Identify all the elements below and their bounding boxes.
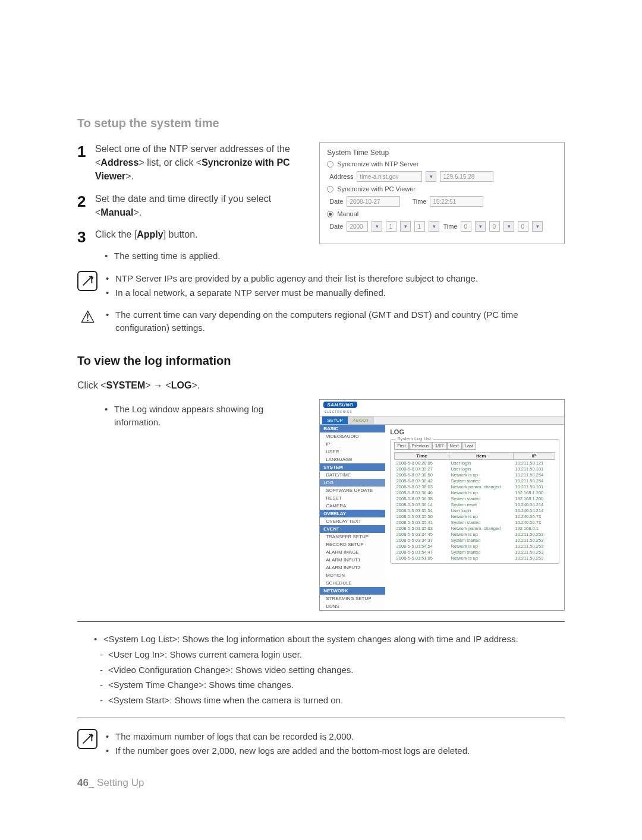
nav-head[interactable]: BASIC <box>320 425 385 432</box>
log-td: 10.240.56.73 <box>513 519 555 525</box>
nav-item[interactable]: DDNS <box>320 602 385 610</box>
log-td: 2008-5-5 01:54:47 <box>395 549 449 555</box>
table-row: 2008-5-8 07:36:46Network is up192.168.1.… <box>395 490 555 495</box>
date-label: Date <box>329 198 343 205</box>
manual-sec[interactable] <box>518 221 528 232</box>
log-dash-list: <User Log In>: Shows current camera logi… <box>100 648 565 707</box>
dd-month[interactable]: ▾ <box>400 221 411 232</box>
log-main: LOG System Log List FirstPrevious1/67Nex… <box>385 425 564 610</box>
log-intro: Click <SYSTEM> → <LOG>. <box>77 378 565 392</box>
steps-list: 1 Select one of the NTP server addresses… <box>77 142 304 241</box>
address-ip-input[interactable] <box>440 171 493 182</box>
table-row: 2008-5-5 03:35:03Network param. changed1… <box>395 525 555 531</box>
dd-sec[interactable]: ▾ <box>532 221 543 232</box>
address-input[interactable] <box>357 171 422 182</box>
nav-item[interactable]: OVERLAY TEXT <box>320 517 385 525</box>
log-td: 2008-5-5 03:34:37 <box>395 537 449 543</box>
pager-button[interactable]: Next <box>447 442 462 450</box>
log-td: 10.211.50.253 <box>513 555 555 561</box>
nav-item[interactable]: STREAMING SETUP <box>320 595 385 602</box>
warn-block-1: ⚠ The current time can vary depending on… <box>77 307 565 336</box>
nav-item[interactable]: TRANSFER SETUP <box>320 533 385 541</box>
table-row: 2008-5-8 07:38:50Network is up10.211.50.… <box>395 472 555 478</box>
log-td: 10.240.54.214 <box>513 501 555 507</box>
note-item: The current time can vary depending on t… <box>106 308 565 335</box>
log-td: 10.211.50.101 <box>513 466 555 472</box>
system-log-desc: <System Log List>: Shows the log informa… <box>94 633 565 646</box>
log-td: 2008-5-5 03:34:45 <box>395 531 449 537</box>
table-row: 2008-5-5 03:35:41System started10.240.56… <box>395 519 555 525</box>
nav-item[interactable]: SOFTWARE UPDATE <box>320 487 385 494</box>
manual-year[interactable] <box>347 221 368 232</box>
pager-button[interactable]: Previous <box>409 442 432 450</box>
nav-item[interactable]: SCHEDULE <box>320 579 385 587</box>
step-num-3: 3 <box>77 226 86 249</box>
tabs-row: SETUP ABOUT <box>320 416 564 425</box>
nav-head[interactable]: SYSTEM <box>320 463 385 471</box>
pc-time-input[interactable] <box>430 196 483 207</box>
log-table: TimeItemIP 2008-5-8 08:28:05User login10… <box>394 452 555 561</box>
dd-min[interactable]: ▾ <box>503 221 514 232</box>
address-dropdown-icon[interactable]: ▾ <box>426 171 436 182</box>
radio-manual[interactable] <box>327 211 333 217</box>
nav-item[interactable]: LANGUAGE <box>320 456 385 463</box>
radio-pc[interactable] <box>327 186 333 192</box>
manual-day[interactable] <box>414 221 425 232</box>
nav-head[interactable]: EVENT <box>320 525 385 533</box>
nav-item[interactable]: MOTION <box>320 571 385 579</box>
log-td: System reset <box>449 501 513 507</box>
log-td: 10.211.50.253 <box>513 543 555 549</box>
manual-month[interactable] <box>386 221 396 232</box>
table-row: 2008-5-5 01:54:47System started10.211.50… <box>395 549 555 555</box>
nav-item[interactable]: USER <box>320 448 385 456</box>
radio-ntp[interactable] <box>327 161 333 168</box>
note-item: NTP Server IPs are provided by a public … <box>106 272 565 286</box>
nav-item[interactable]: RECORD SETUP <box>320 541 385 548</box>
pager-button[interactable]: 1/67 <box>432 442 447 450</box>
log-td: 2008-5-8 07:36:38 <box>395 495 449 501</box>
tab-about[interactable]: ABOUT <box>348 416 374 424</box>
nav-item[interactable]: DATE/TIME <box>320 471 385 479</box>
nav-item[interactable]: RESET <box>320 494 385 502</box>
dd-hour[interactable]: ▾ <box>475 221 486 232</box>
log-td: User login <box>449 460 513 466</box>
sts-pc-row: Syncronize with PC Viewer <box>327 185 557 192</box>
note-item: The maximum number of logs that can be r… <box>106 730 565 744</box>
pc-date-input[interactable] <box>347 196 400 207</box>
log-th: IP <box>513 453 555 460</box>
manual-hour[interactable] <box>461 221 471 232</box>
manual-min[interactable] <box>489 221 500 232</box>
nav-item[interactable]: VIDEO&AUDIO <box>320 432 385 440</box>
nav-item-selected[interactable]: LOG <box>320 479 385 487</box>
nav-item[interactable]: ALARM INPUT2 <box>320 564 385 571</box>
dd-year[interactable]: ▾ <box>372 221 382 232</box>
nav-item[interactable]: ALARM INPUT1 <box>320 556 385 564</box>
warn1-list: The current time can vary depending on t… <box>106 307 565 336</box>
log-td: System started <box>449 537 513 543</box>
nav-item[interactable]: IP <box>320 440 385 448</box>
syslog-legend: System Log List <box>395 436 433 441</box>
nav-head[interactable]: NETWORK <box>320 587 385 595</box>
sts-manual-row: Manual <box>327 210 557 217</box>
note-icon <box>77 271 97 291</box>
system-log-desc-text: <System Log List>: Shows the log informa… <box>94 633 565 646</box>
nav-head[interactable]: OVERLAY <box>320 510 385 517</box>
pager-button[interactable]: Last <box>462 442 476 450</box>
log-td: System started <box>449 519 513 525</box>
step-num-1: 1 <box>77 141 86 163</box>
tab-setup[interactable]: SETUP <box>322 416 348 424</box>
section-title-log: To view the log information <box>77 354 565 368</box>
page-number: 46 <box>77 777 89 788</box>
time-label: Time <box>412 198 426 205</box>
log-td: 2008-5-8 08:28:05 <box>395 460 449 466</box>
pager-button[interactable]: First <box>394 442 409 450</box>
log-table-body: 2008-5-8 08:28:05User login10.211.50.121… <box>395 460 555 561</box>
step3-bullet: The setting time is applied. <box>105 250 304 263</box>
log-td: System started <box>449 495 513 501</box>
dd-day[interactable]: ▾ <box>429 221 439 232</box>
dash-item: <System Time Change>: Shows time changes… <box>100 678 565 691</box>
log-td: 2008-5-8 07:38:50 <box>395 472 449 478</box>
nav-item[interactable]: ALARM IMAGE <box>320 548 385 556</box>
sts-pc-datetime-row: Date Time <box>329 196 557 207</box>
nav-item[interactable]: CAMERA <box>320 502 385 510</box>
